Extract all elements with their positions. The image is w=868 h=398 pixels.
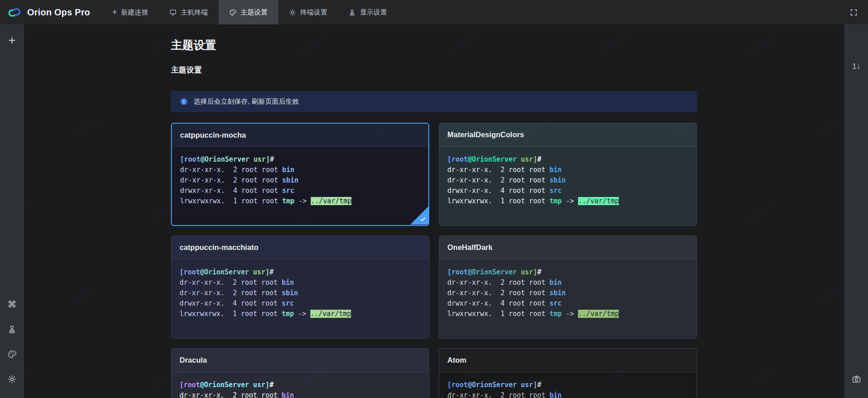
theme-card-Atom[interactable]: Atom[root@OrionServer usr]#dr-xr-xr-x. 2… bbox=[439, 348, 697, 398]
theme-name: OneHalfDark bbox=[447, 243, 493, 252]
nav-tab-theme-settings[interactable]: 主题设置 bbox=[218, 0, 278, 24]
right-rail-top: 1↓ bbox=[847, 32, 866, 82]
terminal-output-line: dr-xr-xr-x. 2 root root bin bbox=[447, 278, 688, 288]
stamp-icon[interactable] bbox=[3, 320, 22, 339]
right-sidebar: 1↓ bbox=[844, 24, 868, 398]
terminal-prompt-line: [root@OrionServer usr]# bbox=[180, 267, 421, 278]
theme-card-header: Dracula bbox=[171, 349, 429, 372]
terminal-preview: [root@OrionServer usr]#dr-xr-xr-x. 2 roo… bbox=[439, 147, 697, 225]
nav-tab-display-settings[interactable]: 显示设置 bbox=[338, 0, 398, 24]
info-icon bbox=[180, 98, 188, 105]
section-title: 主题设置 bbox=[171, 65, 697, 75]
terminal-output-line: dr-xr-xr-x. 2 root root sbin bbox=[180, 175, 420, 186]
terminal-output-line: lrwxrwxrwx. 1 root root tmp -> ../var/tm… bbox=[180, 196, 420, 206]
terminal-output-line: dr-xr-xr-x. 2 root root bin bbox=[447, 165, 688, 175]
theme-card-catppuccin-macchiato[interactable]: catppuccin-macchiato[root@OrionServer us… bbox=[171, 235, 429, 339]
left-rail-bottom: ⌘ bbox=[3, 295, 22, 398]
watermark-text: admin bbox=[817, 282, 844, 306]
theme-card-header: Atom bbox=[439, 349, 697, 372]
terminal-output-line: drwxr-xr-x. 4 root root src bbox=[447, 186, 688, 196]
watermark-text: admin bbox=[817, 115, 844, 139]
terminal-preview: [root@OrionServer usr]#dr-xr-xr-x. 2 roo… bbox=[439, 372, 697, 398]
theme-card-header: MaterialDesignColors bbox=[439, 123, 697, 147]
theme-card-header: catppuccin-mocha bbox=[172, 124, 428, 147]
terminal-output-line: dr-xr-xr-x. 2 root root bin bbox=[180, 278, 421, 288]
theme-name: catppuccin-mocha bbox=[180, 131, 246, 139]
content: 主题设置 主题设置 选择后会立刻保存, 刷新页面后生效 catppuccin-m… bbox=[171, 24, 697, 398]
watermark-text: admin bbox=[24, 366, 32, 390]
nav-tab-new-connection[interactable]: +新建连接 bbox=[102, 0, 159, 24]
theme-card-MaterialDesignColors[interactable]: MaterialDesignColors[root@OrionServer us… bbox=[439, 123, 697, 226]
notice-text: 选择后会立刻保存, 刷新页面后生效 bbox=[194, 97, 299, 106]
plus-icon[interactable]: + bbox=[3, 31, 22, 50]
theme-name: MaterialDesignColors bbox=[447, 130, 524, 139]
terminal-output-line: lrwxrwxrwx. 1 root root tmp -> ../var/tm… bbox=[180, 309, 421, 319]
selected-check-badge bbox=[410, 206, 428, 225]
theme-card-Dracula[interactable]: Dracula[root@OrionServer usr]#dr-xr-xr-x… bbox=[171, 348, 429, 398]
app-brand: Orion Ops Pro bbox=[0, 6, 102, 19]
palette-icon bbox=[229, 9, 237, 16]
terminal-output-line: dr-xr-xr-x. 2 root root sbin bbox=[180, 288, 421, 298]
watermark-text: admin bbox=[24, 31, 32, 55]
terminal-output-line: drwxr-xr-x. 4 root root src bbox=[447, 298, 688, 309]
theme-card-header: OneHalfDark bbox=[439, 236, 697, 259]
theme-card-OneHalfDark[interactable]: OneHalfDark[root@OrionServer usr]#dr-xr-… bbox=[439, 235, 697, 339]
left-rail-top: + bbox=[3, 31, 22, 56]
app-brand-name: Orion Ops Pro bbox=[27, 7, 90, 18]
terminal-prompt-line: [root@OrionServer usr]# bbox=[180, 380, 421, 390]
terminal-preview: [root@OrionServer usr]#dr-xr-xr-x. 2 roo… bbox=[171, 259, 429, 338]
terminal-preview: [root@OrionServer usr]#dr-xr-xr-x. 2 roo… bbox=[171, 372, 429, 398]
command-icon[interactable]: ⌘ bbox=[3, 295, 22, 314]
navbar-right bbox=[849, 8, 868, 17]
watermark-text: admin bbox=[747, 366, 778, 390]
terminal-prompt-line: [root@OrionServer usr]# bbox=[180, 154, 420, 165]
theme-grid: catppuccin-mocha[root@OrionServer usr]#d… bbox=[171, 123, 697, 398]
theme-card-header: catppuccin-macchiato bbox=[171, 236, 429, 259]
terminal-output-line: lrwxrwxrwx. 1 root root tmp -> ../var/tm… bbox=[447, 309, 688, 319]
nav-tabs: +新建连接主机终端主题设置终端设置显示设置 bbox=[102, 0, 398, 24]
terminal-output-line: dr-xr-xr-x. 2 root root sbin bbox=[447, 288, 688, 298]
nav-tab-terminal-settings[interactable]: 终端设置 bbox=[278, 0, 338, 24]
camera-icon[interactable] bbox=[847, 369, 866, 388]
terminal-output-line: lrwxrwxrwx. 1 root root tmp -> ../var/tm… bbox=[447, 196, 688, 206]
terminal-preview: [root@OrionServer usr]#dr-xr-xr-x. 2 roo… bbox=[172, 147, 428, 225]
terminal-output-line: drwxr-xr-x. 4 root root src bbox=[180, 186, 420, 196]
nav-tab-label: 新建连接 bbox=[121, 8, 148, 17]
nav-tab-host-terminal[interactable]: 主机终端 bbox=[159, 0, 218, 24]
terminal-output-line: drwxr-xr-x. 4 root root src bbox=[180, 298, 421, 309]
theme-name: catppuccin-macchiato bbox=[180, 243, 258, 252]
notice-banner: 选择后会立刻保存, 刷新页面后生效 bbox=[171, 91, 697, 112]
plus-icon: + bbox=[112, 9, 117, 16]
theme-name: Atom bbox=[447, 356, 466, 364]
watermark-text: admin bbox=[71, 282, 102, 306]
theme-name: Dracula bbox=[180, 356, 207, 364]
code-icon[interactable] bbox=[847, 32, 866, 51]
terminal-prompt-line: [root@OrionServer usr]# bbox=[447, 380, 688, 390]
app-logo-icon bbox=[7, 6, 22, 19]
stamp-icon bbox=[348, 9, 356, 16]
gear-icon bbox=[289, 9, 296, 16]
monitor-icon bbox=[169, 9, 177, 16]
terminal-preview: [root@OrionServer usr]#dr-xr-xr-x. 2 roo… bbox=[439, 259, 697, 338]
terminal-output-line: dr-xr-xr-x. 2 root root bin bbox=[180, 165, 420, 175]
nav-tab-label: 主机终端 bbox=[181, 8, 208, 17]
page-title: 主题设置 bbox=[171, 38, 697, 53]
terminal-output-line: dr-xr-xr-x. 2 root root sbin bbox=[447, 175, 688, 186]
palette-icon[interactable] bbox=[3, 345, 22, 364]
terminal-prompt-line: [root@OrionServer usr]# bbox=[447, 154, 688, 165]
terminal-prompt-line: [root@OrionServer usr]# bbox=[447, 267, 688, 278]
watermark-text: admin bbox=[747, 198, 778, 222]
nav-tab-label: 主题设置 bbox=[241, 8, 268, 17]
watermark-text: admin bbox=[747, 31, 778, 55]
nav-tab-label: 终端设置 bbox=[300, 8, 327, 17]
fullscreen-icon[interactable] bbox=[849, 8, 858, 17]
right-rail-bottom bbox=[847, 369, 866, 398]
left-sidebar: + ⌘ bbox=[0, 24, 24, 398]
watermark-text: admin bbox=[71, 115, 102, 139]
terminal-output-line: dr-xr-xr-x. 2 root root bin bbox=[180, 390, 421, 398]
theme-card-catppuccin-mocha[interactable]: catppuccin-mocha[root@OrionServer usr]#d… bbox=[171, 123, 429, 226]
main-area: 主题设置 主题设置 选择后会立刻保存, 刷新页面后生效 catppuccin-m… bbox=[24, 24, 844, 398]
gear-icon[interactable] bbox=[3, 369, 22, 388]
sort-icon[interactable]: 1↓ bbox=[847, 57, 866, 76]
nav-tab-label: 显示设置 bbox=[360, 8, 387, 17]
